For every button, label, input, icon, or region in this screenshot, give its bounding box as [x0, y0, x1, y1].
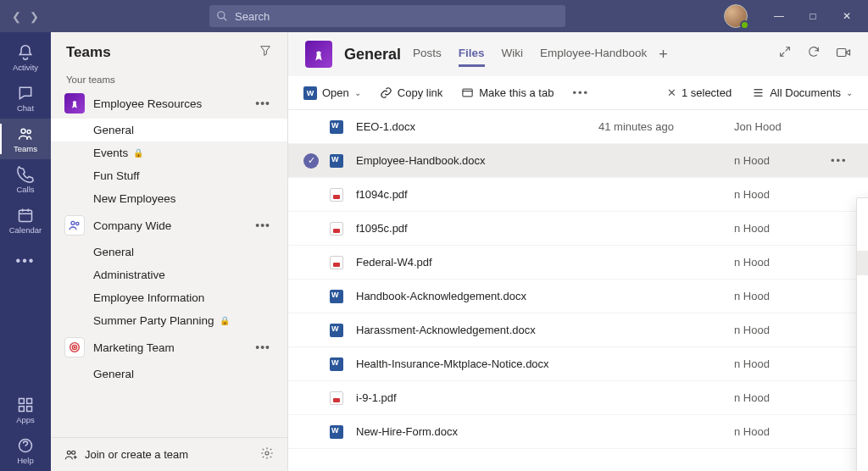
- pdf-file-icon: [329, 187, 344, 202]
- svg-rect-11: [27, 406, 32, 411]
- file-row[interactable]: Handbook-Acknowledgement.docxn Hood: [288, 280, 868, 313]
- file-row[interactable]: ✓Employee-Handbook.docx•••n Hood: [288, 144, 868, 178]
- channel-item[interactable]: Employee Information: [51, 286, 287, 309]
- tab-files[interactable]: Files: [459, 42, 485, 67]
- file-modified-by: n Hood: [734, 391, 853, 404]
- search-input[interactable]: Search: [209, 5, 565, 27]
- expand-icon[interactable]: [778, 45, 792, 64]
- ctx-make-this-a-tab[interactable]: Make this a tab: [857, 251, 868, 275]
- ctx-pin-to-top[interactable]: Pin to top: [857, 324, 868, 349]
- view-switcher[interactable]: All Documents ⌄: [752, 86, 853, 99]
- user-avatar[interactable]: [724, 4, 748, 28]
- word-file-icon: [329, 357, 344, 372]
- ctx-copy[interactable]: Copy: [857, 423, 868, 447]
- channel-item[interactable]: Events🔒: [51, 141, 287, 164]
- file-modified-by: n Hood: [734, 425, 853, 438]
- team-row[interactable]: Employee Resources•••: [51, 88, 287, 119]
- team-row[interactable]: Marketing Team•••: [51, 332, 287, 363]
- file-row[interactable]: New-Hire-Form.docxn Hood: [288, 415, 868, 449]
- more-commands[interactable]: •••: [572, 86, 589, 99]
- channel-item[interactable]: Summer Party Planning🔒: [51, 309, 287, 332]
- rail-apps[interactable]: Apps: [0, 390, 51, 430]
- team-more-icon[interactable]: •••: [255, 341, 270, 354]
- selection-count[interactable]: ✕ 1 selected: [667, 86, 732, 99]
- file-modified-by: n Hood: [734, 256, 853, 269]
- file-modified-by: n Hood: [734, 290, 853, 302]
- row-more-icon[interactable]: •••: [831, 154, 848, 167]
- close-button[interactable]: ✕: [832, 4, 861, 28]
- channel-item[interactable]: Administrative: [51, 263, 287, 286]
- file-row[interactable]: i-9-1.pdfn Hood: [288, 381, 868, 415]
- nav-back[interactable]: ❮: [12, 10, 21, 23]
- ctx-download[interactable]: Download: [857, 275, 868, 300]
- lock-icon: 🔒: [220, 316, 230, 325]
- rail-more[interactable]: •••: [0, 241, 51, 281]
- team-name: Employee Resources: [93, 97, 247, 110]
- activity-icon: [17, 44, 34, 61]
- file-modified-by: Jon Hood: [734, 120, 853, 133]
- rail-teams[interactable]: Teams: [0, 119, 51, 159]
- minimize-button[interactable]: ―: [765, 4, 793, 28]
- selected-label: 1 selected: [682, 86, 732, 99]
- file-name: Harassment-Acknowledgement.docx: [356, 324, 598, 336]
- ctx-open-in-sharepoint[interactable]: Open in SharePoint: [857, 374, 868, 398]
- channel-name: General: [93, 124, 134, 136]
- make-tab-command[interactable]: Make this a tab: [461, 86, 554, 99]
- tab-employee-handbook[interactable]: Employee-Handbook: [540, 42, 647, 67]
- rail-label: Calls: [16, 185, 34, 194]
- team-row[interactable]: Company Wide•••: [51, 210, 287, 241]
- rail-calls[interactable]: Calls: [0, 159, 51, 200]
- ctx-move[interactable]: Move: [857, 398, 868, 423]
- word-file-icon: [329, 289, 344, 304]
- app-rail: ActivityChatTeamsCallsCalendar•••AppsHel…: [0, 32, 51, 471]
- svg-point-14: [76, 222, 79, 224]
- context-menu: Open❯Copy linkMake this a tabDownloadDel…: [856, 197, 868, 471]
- selection-check-icon[interactable]: ✓: [303, 153, 319, 169]
- ctx-rename[interactable]: Rename: [857, 349, 868, 374]
- open-command[interactable]: W Open ⌄: [303, 86, 361, 100]
- svg-rect-8: [19, 398, 25, 403]
- rail-activity[interactable]: Activity: [0, 37, 51, 78]
- ctx-more[interactable]: More❯: [857, 447, 868, 471]
- file-name: i-9-1.pdf: [356, 391, 598, 404]
- svg-line-1: [224, 18, 227, 21]
- ctx-copy-link[interactable]: Copy link: [857, 226, 868, 251]
- rail-help[interactable]: Help: [0, 430, 51, 471]
- channel-item[interactable]: General: [51, 119, 287, 141]
- ctx-delete[interactable]: Delete: [857, 300, 868, 324]
- file-row[interactable]: EEO-1.docx41 minutes agoJon Hood: [288, 110, 868, 144]
- channel-item[interactable]: General: [51, 241, 287, 263]
- add-tab-button[interactable]: +: [659, 46, 668, 64]
- tab-wiki[interactable]: Wiki: [502, 42, 524, 67]
- svg-rect-9: [27, 398, 32, 403]
- channel-item[interactable]: General: [51, 363, 287, 385]
- file-row[interactable]: f1095c.pdfn Hood: [288, 212, 868, 246]
- meet-icon[interactable]: [836, 45, 851, 64]
- svg-rect-10: [19, 406, 25, 411]
- file-row[interactable]: Harassment-Acknowledgement.docxn Hood: [288, 313, 868, 347]
- chevron-down-icon: ⌄: [846, 88, 853, 97]
- channel-item[interactable]: Fun Stuff: [51, 164, 287, 187]
- ctx-open[interactable]: Open❯: [857, 202, 868, 226]
- settings-icon[interactable]: [260, 446, 274, 463]
- file-row[interactable]: Health-Insurance-Mktplace-Notice.docxn H…: [288, 347, 868, 381]
- copy-link-command[interactable]: Copy link: [380, 86, 442, 99]
- refresh-icon[interactable]: [807, 45, 821, 64]
- tab-posts[interactable]: Posts: [413, 42, 442, 67]
- rail-calendar[interactable]: Calendar: [0, 200, 51, 241]
- filter-icon[interactable]: [259, 44, 272, 61]
- file-row[interactable]: Federal-W4.pdfn Hood: [288, 246, 868, 280]
- channel-name: Fun Stuff: [93, 169, 140, 182]
- file-row[interactable]: f1094c.pdfn Hood: [288, 178, 868, 212]
- maximize-button[interactable]: □: [798, 4, 827, 28]
- channel-item[interactable]: New Employees: [51, 187, 287, 210]
- team-more-icon[interactable]: •••: [255, 97, 270, 110]
- teams-icon: [17, 125, 34, 142]
- channel-name: Employee Information: [93, 291, 204, 304]
- nav-forward[interactable]: ❯: [30, 10, 39, 23]
- join-team-button[interactable]: Join or create a team: [64, 448, 188, 462]
- word-file-icon: [329, 119, 344, 135]
- team-more-icon[interactable]: •••: [255, 219, 270, 232]
- file-name: Federal-W4.pdf: [356, 256, 598, 269]
- rail-chat[interactable]: Chat: [0, 78, 51, 119]
